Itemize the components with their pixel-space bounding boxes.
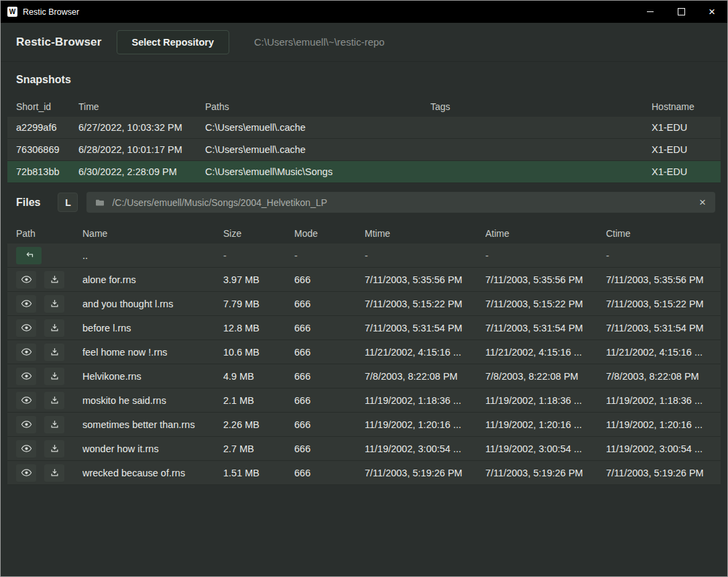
file-ctime: 7/11/2003, 5:19:26 PM	[606, 468, 721, 478]
file-row: before l.rns 12.8 MB 666 7/11/2003, 5:31…	[7, 316, 721, 340]
file-name: sometimes better than.rns	[82, 419, 223, 430]
download-button[interactable]	[44, 440, 64, 458]
column-tags: Tags	[430, 101, 652, 112]
preview-button[interactable]	[16, 392, 36, 409]
window-title: Restic Browser	[23, 7, 79, 17]
select-repository-button[interactable]: Select Repository	[117, 30, 230, 54]
file-atime: 7/11/2003, 5:31:54 PM	[485, 323, 606, 333]
snapshot-row-selected[interactable]: 72b813bb 6/30/2022, 2:28:09 PM C:\Users\…	[7, 161, 721, 183]
snapshot-row[interactable]: a2299af6 6/27/2022, 10:03:32 PM C:\Users…	[7, 117, 721, 139]
file-atime: 7/11/2003, 5:35:56 PM	[485, 274, 606, 285]
download-icon	[50, 347, 60, 357]
go-up-button[interactable]	[16, 247, 42, 264]
app-header: Restic-Browser Select Repository C:\User…	[1, 23, 727, 62]
file-name: wrecked because of.rns	[82, 468, 223, 478]
download-button[interactable]	[44, 344, 64, 361]
file-mtime: -	[365, 250, 485, 261]
file-ctime: 7/8/2003, 8:22:08 PM	[606, 371, 721, 382]
file-size: 2.26 MB	[223, 419, 294, 430]
preview-button[interactable]	[16, 416, 36, 433]
file-name: Helvikone.rns	[82, 371, 223, 382]
column-mode: Mode	[294, 228, 365, 239]
file-mtime: 7/11/2003, 5:31:54 PM	[365, 323, 485, 333]
clear-path-button[interactable]: ×	[698, 197, 707, 208]
file-atime: 7/8/2003, 8:22:08 PM	[485, 371, 606, 382]
files-bar: Files L /C:/Users/emuell/Music/Songs/200…	[16, 192, 715, 213]
files-table-header: Path Name Size Mode Mtime Atime Ctime	[7, 223, 721, 244]
file-ctime: 7/11/2003, 5:15:22 PM	[606, 299, 721, 309]
file-mode: 666	[294, 419, 365, 430]
file-name: moskito he said.rns	[82, 395, 223, 406]
download-button[interactable]	[44, 464, 64, 482]
file-row: sometimes better than.rns 2.26 MB 666 11…	[7, 413, 721, 437]
download-icon	[50, 323, 60, 333]
files-path-input[interactable]: /C:/Users/emuell/Music/Songs/2004_Helvet…	[86, 192, 715, 213]
file-mtime: 7/8/2003, 8:22:08 PM	[365, 371, 485, 382]
file-atime: 11/19/2002, 1:20:16 ...	[485, 419, 606, 430]
file-atime: 11/19/2002, 1:18:36 ...	[485, 395, 606, 406]
download-button[interactable]	[44, 416, 64, 433]
file-ctime: 7/11/2003, 5:35:56 PM	[606, 274, 721, 285]
minimize-button[interactable]	[635, 1, 666, 23]
snapshot-time: 6/30/2022, 2:28:09 PM	[78, 166, 205, 177]
preview-button[interactable]	[16, 295, 36, 313]
file-mode: 666	[294, 299, 365, 309]
file-name: and you thought l.rns	[82, 299, 223, 309]
file-mtime: 11/19/2002, 1:20:16 ...	[365, 419, 485, 430]
preview-button[interactable]	[16, 319, 36, 337]
maximize-button[interactable]	[666, 1, 696, 23]
file-mtime: 7/11/2003, 5:19:26 PM	[365, 468, 485, 478]
column-time: Time	[78, 101, 205, 112]
file-row: moskito he said.rns 2.1 MB 666 11/19/200…	[7, 388, 721, 413]
eye-icon	[21, 370, 32, 382]
preview-button[interactable]	[16, 464, 36, 482]
window-controls: ×	[635, 1, 727, 23]
file-mode: 666	[294, 443, 365, 454]
file-row: alone for.rns 3.97 MB 666 7/11/2003, 5:3…	[7, 268, 721, 292]
download-button[interactable]	[44, 319, 64, 337]
preview-button[interactable]	[16, 440, 36, 458]
download-button[interactable]	[44, 368, 64, 385]
file-ctime: 11/21/2002, 4:15:16 ...	[606, 347, 721, 358]
column-ctime: Ctime	[606, 228, 721, 239]
download-icon	[50, 468, 60, 478]
eye-icon	[21, 298, 32, 309]
download-button[interactable]	[44, 271, 64, 288]
file-atime: 11/21/2002, 4:15:16 ...	[485, 347, 606, 358]
file-ctime: 7/11/2003, 5:31:54 PM	[606, 323, 721, 333]
preview-button[interactable]	[16, 271, 36, 288]
file-size: 3.97 MB	[223, 274, 294, 285]
snapshots-title: Snapshots	[16, 74, 727, 86]
file-atime: 7/11/2003, 5:15:22 PM	[485, 299, 606, 309]
file-size: 10.6 MB	[223, 347, 294, 358]
snapshot-row[interactable]: 76306869 6/28/2022, 10:01:17 PM C:\Users…	[7, 139, 721, 161]
file-atime: 7/11/2003, 5:19:26 PM	[485, 468, 606, 478]
file-ctime: 11/19/2002, 1:20:16 ...	[606, 419, 721, 430]
file-mode: 666	[294, 468, 365, 478]
file-size: 2.1 MB	[223, 395, 294, 406]
close-button[interactable]: ×	[696, 1, 727, 23]
close-icon: ×	[709, 6, 715, 17]
download-button[interactable]	[44, 392, 64, 409]
file-atime: -	[485, 250, 606, 261]
list-mode-toggle[interactable]: L	[58, 193, 78, 212]
column-path: Path	[16, 228, 82, 239]
file-mode: 666	[294, 323, 365, 333]
column-mtime: Mtime	[365, 228, 485, 239]
eye-icon	[21, 443, 32, 454]
minimize-icon	[647, 11, 654, 12]
title-bar: W Restic Browser ×	[1, 1, 727, 23]
download-button[interactable]	[44, 295, 64, 313]
download-icon	[50, 443, 60, 454]
folder-icon	[95, 197, 105, 208]
file-atime: 11/19/2002, 3:00:54 ...	[485, 443, 606, 454]
column-size: Size	[223, 228, 294, 239]
snapshot-hostname: X1-EDU	[652, 144, 721, 155]
eye-icon	[21, 419, 32, 430]
file-name: wonder how it.rns	[82, 443, 223, 454]
file-mode: -	[294, 250, 365, 261]
file-name: ..	[82, 250, 223, 261]
snapshot-short-id: 76306869	[16, 144, 78, 155]
preview-button[interactable]	[16, 368, 36, 385]
preview-button[interactable]	[16, 344, 36, 361]
